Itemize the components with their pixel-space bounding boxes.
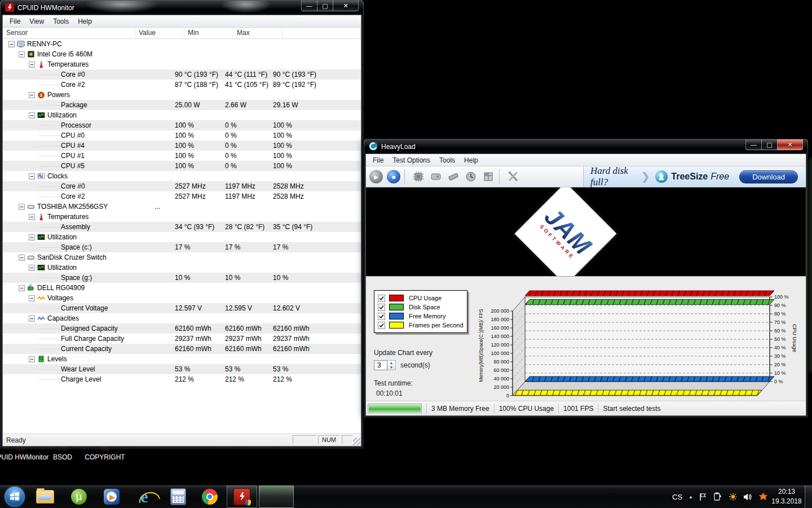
- taskbar-item-hwmonitor[interactable]: [227, 485, 257, 508]
- menu-item-tools[interactable]: Tools: [48, 16, 73, 27]
- sensor-row[interactable]: TOSHIBA MK2556GSY...: [3, 202, 361, 212]
- action-center-flag-icon[interactable]: [699, 493, 707, 501]
- column-header-min[interactable]: Min: [184, 28, 233, 38]
- tree-expand-toggle[interactable]: [19, 51, 25, 58]
- sensor-row[interactable]: Core #287 °C (188 °F)41 °C (105 °F)89 °C…: [3, 80, 361, 90]
- legend-checkbox[interactable]: [378, 304, 385, 311]
- column-header-sensor[interactable]: Sensor: [3, 28, 135, 38]
- heavyload-titlebar[interactable]: HeavyLoad — ▢ ✕: [364, 139, 808, 154]
- column-header-value[interactable]: Value: [135, 28, 184, 38]
- column-header[interactable]: SensorValueMinMax: [3, 28, 361, 39]
- sensor-row[interactable]: Capacities: [3, 313, 361, 323]
- tree-expand-toggle[interactable]: [19, 285, 25, 291]
- sensor-row[interactable]: DELL RG04909: [3, 283, 361, 293]
- sensor-row[interactable]: Powers: [3, 90, 361, 100]
- desktop-icon-copyright[interactable]: COPYRIGHT: [74, 453, 136, 462]
- window-test-button[interactable]: [481, 169, 496, 184]
- resize-grip[interactable]: [353, 438, 360, 445]
- timer-test-button[interactable]: [464, 169, 478, 184]
- sensor-row[interactable]: Levels: [3, 354, 361, 364]
- taskbar-item-explorer[interactable]: [33, 487, 58, 507]
- taskbar-clock[interactable]: 20:13 19.3.2018: [769, 487, 804, 506]
- treesize-ad-banner[interactable]: Hard disk full? ❯ TreeSize Free Download: [583, 167, 806, 187]
- tree-expand-toggle[interactable]: [29, 295, 35, 301]
- sensor-row[interactable]: Space (c:)17 %17 %17 %: [3, 242, 361, 252]
- volume-icon[interactable]: [743, 493, 752, 501]
- maximize-button[interactable]: ▢: [761, 139, 778, 150]
- menu-item-test-options[interactable]: Test Options: [388, 155, 435, 165]
- menu-item-help[interactable]: Help: [73, 16, 96, 27]
- tree-expand-toggle[interactable]: [8, 41, 15, 47]
- power-plug-icon[interactable]: [713, 492, 722, 501]
- tree-expand-toggle[interactable]: [29, 92, 35, 98]
- notification-starburst-icon[interactable]: [728, 492, 737, 501]
- tree-expand-toggle[interactable]: [29, 356, 35, 362]
- tree-expand-toggle[interactable]: [29, 316, 35, 322]
- minimize-button[interactable]: —: [745, 139, 762, 150]
- spinner-up-icon[interactable]: ▲: [387, 361, 395, 365]
- menu-item-tools[interactable]: Tools: [435, 155, 460, 165]
- sensor-row[interactable]: Processor100 %0 %100 %: [3, 120, 361, 130]
- hwmonitor-titlebar[interactable]: CPUID HWMonitor — ▢ ✕: [0, 0, 364, 15]
- taskbar-item-utorrent[interactable]: µ: [67, 487, 91, 507]
- legend-checkbox[interactable]: [378, 313, 385, 320]
- sensor-row[interactable]: Space (g:)10 %10 %10 %: [3, 273, 361, 283]
- sensor-row[interactable]: Assembly34 °C (93 °F)28 °C (82 °F)35 °C …: [3, 222, 361, 232]
- sensor-row[interactable]: Charge Level212 %212 %212 %: [3, 374, 361, 384]
- sensor-row[interactable]: Clocks: [3, 171, 361, 181]
- taskbar-item-chrome[interactable]: [197, 487, 222, 507]
- close-button[interactable]: ✕: [333, 1, 359, 11]
- cpu-test-button[interactable]: [411, 169, 426, 184]
- taskbar-item-media-player[interactable]: ▶: [99, 487, 124, 507]
- sensor-row[interactable]: Utilization: [3, 232, 361, 242]
- avast-icon[interactable]: [758, 492, 768, 501]
- sensor-row[interactable]: Utilization: [3, 110, 361, 120]
- tree-expand-toggle[interactable]: [29, 265, 35, 271]
- tree-expand-toggle[interactable]: [29, 214, 35, 220]
- legend-checkbox[interactable]: [378, 295, 385, 302]
- sensor-row[interactable]: CPU #5100 %0 %100 %: [3, 161, 361, 171]
- tree-expand-toggle[interactable]: [19, 204, 25, 210]
- start-test-button[interactable]: ▶: [369, 169, 383, 184]
- sensor-row[interactable]: Core #090 °C (193 °F)44 °C (111 °F)90 °C…: [3, 69, 361, 80]
- sensor-row[interactable]: Intel Core i5 460M: [3, 49, 361, 59]
- sensor-row[interactable]: Wear Level53 %53 %53 %: [3, 364, 361, 374]
- menu-item-view[interactable]: View: [25, 16, 48, 27]
- sensor-row[interactable]: Package25.00 W2.66 W29.16 W: [3, 100, 361, 110]
- sensor-row[interactable]: Core #22527 MHz1197 MHz2528 MHz: [3, 191, 361, 202]
- sensor-row[interactable]: RENNY-PC: [3, 39, 361, 49]
- stop-test-button[interactable]: ■: [386, 169, 401, 184]
- sensor-row[interactable]: Designed Capacity62160 mWh62160 mWh62160…: [3, 323, 361, 334]
- menu-item-help[interactable]: Help: [460, 155, 483, 165]
- show-hidden-icons-button[interactable]: ▲: [689, 494, 693, 500]
- download-button[interactable]: Download: [739, 170, 798, 183]
- sensor-row[interactable]: Current Voltage12.597 V12.595 V12.602 V: [3, 303, 361, 313]
- legend-checkbox[interactable]: [378, 322, 385, 329]
- taskbar-item-heavyload[interactable]: [259, 485, 294, 508]
- interval-spinner[interactable]: 3 ▲ ▼ second(s): [374, 360, 430, 370]
- column-header-max[interactable]: Max: [233, 28, 283, 38]
- tree-expand-toggle[interactable]: [29, 112, 35, 119]
- interval-value[interactable]: 3: [374, 360, 387, 370]
- sensor-row[interactable]: Utilization: [3, 262, 361, 273]
- tree-expand-toggle[interactable]: [29, 62, 35, 68]
- tree-expand-toggle[interactable]: [29, 173, 35, 179]
- maximize-button[interactable]: ▢: [317, 1, 333, 11]
- sensor-row[interactable]: Voltages: [3, 293, 361, 303]
- taskbar-item-internet-explorer[interactable]: e: [132, 487, 157, 507]
- sensor-row[interactable]: CPU #0100 %0 %100 %: [3, 130, 361, 141]
- menu-item-file[interactable]: File: [5, 16, 25, 27]
- sensor-row[interactable]: SanDisk Cruzer Switch: [3, 252, 361, 262]
- sensor-row[interactable]: Core #02527 MHz1197 MHz2528 MHz: [3, 181, 361, 191]
- tree-expand-toggle[interactable]: [19, 255, 25, 261]
- minimize-button[interactable]: —: [301, 1, 317, 11]
- memory-test-button[interactable]: [446, 169, 461, 184]
- sensor-row[interactable]: CPU #4100 %0 %100 %: [3, 141, 361, 151]
- sensor-row[interactable]: Temperatures: [3, 212, 361, 222]
- sensor-row[interactable]: CPU #1100 %0 %100 %: [3, 151, 361, 161]
- start-button[interactable]: [2, 487, 27, 507]
- disk-test-button[interactable]: [429, 169, 443, 184]
- close-button[interactable]: ✕: [777, 139, 803, 150]
- sensor-row[interactable]: Current Capacity62160 mWh62160 mWh62160 …: [3, 344, 361, 354]
- language-indicator[interactable]: CS: [672, 493, 682, 501]
